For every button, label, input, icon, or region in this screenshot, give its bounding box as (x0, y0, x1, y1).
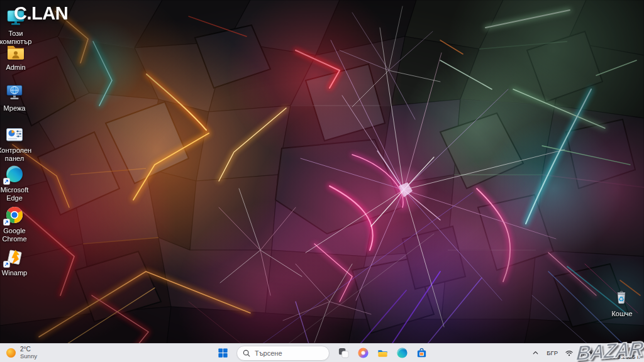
desktop-screen: C.LAN BAZAR Този компютър Admin (0, 0, 644, 362)
desktop-icon-google-chrome[interactable]: Google Chrome (0, 205, 38, 243)
shortcut-arrow-icon (3, 219, 10, 226)
volume-icon (577, 349, 586, 358)
edge-taskbar-button[interactable] (394, 345, 410, 361)
start-button[interactable] (214, 345, 231, 361)
search-input[interactable] (237, 346, 329, 360)
recycle-bin-icon: ♻ (612, 288, 631, 307)
desktop-icon-label: Контролен панел (0, 146, 35, 163)
desktop-icon-admin-folder[interactable]: Admin (0, 41, 39, 72)
svg-text:♻: ♻ (618, 295, 625, 303)
store-icon (416, 347, 428, 359)
search-box[interactable] (236, 346, 330, 361)
shortcut-arrow-icon (3, 261, 10, 268)
taskbar: 2°C Sunny (0, 343, 644, 362)
tray-time: 8:38 (629, 346, 641, 353)
weather-condition: Sunny (20, 353, 37, 360)
file-explorer-icon (377, 347, 389, 359)
system-status-button[interactable] (565, 349, 598, 358)
copilot-icon (357, 347, 369, 359)
desktop-icon-control-panel[interactable]: Контролен панел (0, 124, 38, 163)
language-indicator[interactable]: БГР (545, 349, 559, 356)
task-view-icon (338, 347, 350, 359)
edge-icon (396, 347, 408, 359)
clock[interactable]: 8:38 16.3.2025 г. (604, 346, 640, 361)
wallpaper (0, 0, 644, 362)
battery-icon (589, 349, 598, 358)
wifi-icon (565, 349, 574, 358)
admin-folder-icon (6, 41, 26, 62)
chevron-up-icon (531, 349, 540, 357)
task-view-button[interactable] (335, 345, 352, 361)
sun-icon (6, 348, 16, 358)
desktop-icon-label: Admin (6, 63, 25, 72)
copilot-button[interactable] (355, 345, 371, 361)
clan-logo: C.LAN (14, 3, 68, 24)
file-explorer-button[interactable] (374, 345, 391, 361)
desktop-icon-network[interactable]: Мрежа (0, 82, 38, 112)
windows-logo-icon (217, 347, 229, 359)
desktop-icon-label: Microsoft Edge (0, 186, 35, 202)
weather-widget[interactable]: 2°C Sunny (6, 344, 37, 362)
search-icon (243, 349, 250, 357)
network-icon (4, 82, 25, 102)
desktop-icon-microsoft-edge[interactable]: Microsoft Edge (0, 164, 38, 202)
desktop-icon-label: Google Chrome (0, 227, 35, 243)
desktop-icon-label: Кошче (611, 310, 632, 318)
shortcut-arrow-icon (3, 178, 10, 185)
desktop-icon-winamp[interactable]: Winamp (0, 247, 38, 277)
tray-expand-button[interactable] (531, 349, 540, 357)
desktop-icon-recycle-bin[interactable]: ♻ Кошче (599, 288, 644, 318)
store-button[interactable] (413, 345, 430, 361)
tray-date: 16.3.2025 г. (609, 353, 640, 361)
control-panel-icon (4, 124, 25, 145)
desktop-icon-label: Мрежа (4, 104, 26, 112)
desktop-icon-label: Winamp (2, 269, 27, 277)
